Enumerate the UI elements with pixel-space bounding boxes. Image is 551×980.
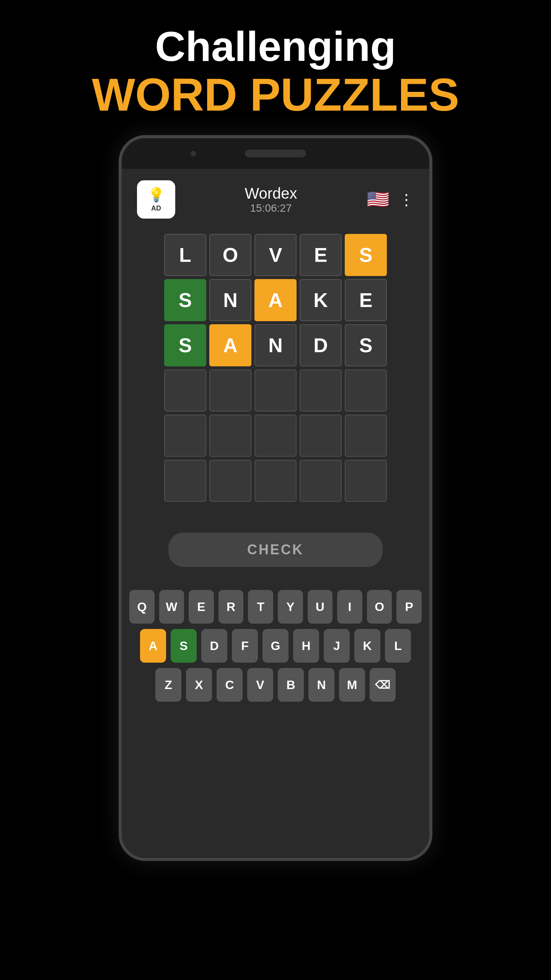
grid-cell xyxy=(345,369,387,412)
grid-cell: E xyxy=(345,279,387,321)
grid-cell xyxy=(300,369,342,412)
key-c[interactable]: C xyxy=(217,668,243,702)
grid-row: LOVES xyxy=(145,234,406,276)
grid-cell: N xyxy=(254,324,297,366)
menu-dots-icon[interactable]: ⋮ xyxy=(399,191,414,208)
grid-cell: V xyxy=(254,234,297,276)
app-title: Wordex xyxy=(245,185,297,202)
key-s[interactable]: S xyxy=(171,629,197,663)
grid-cell: N xyxy=(209,279,251,321)
grid-cell: D xyxy=(300,324,342,366)
grid-row xyxy=(145,460,406,502)
key-e[interactable]: E xyxy=(189,590,214,624)
key-x[interactable]: X xyxy=(186,668,212,702)
key-b[interactable]: B xyxy=(278,668,304,702)
key-j[interactable]: J xyxy=(324,629,350,663)
grid-cell: S xyxy=(164,279,206,321)
grid-cell xyxy=(300,460,342,502)
key-y[interactable]: Y xyxy=(278,590,303,624)
grid-row xyxy=(145,369,406,412)
grid-cell xyxy=(164,415,206,457)
grid-cell xyxy=(345,460,387,502)
grid-cell xyxy=(300,415,342,457)
grid-cell: S xyxy=(164,324,206,366)
grid-cell: A xyxy=(209,324,251,366)
app-content: 💡 AD Wordex 15:06:27 🇺🇸 ⋮ LOVESSNAKESAND… xyxy=(122,169,429,858)
grid-cell: S xyxy=(345,234,387,276)
title-line2: WORD PUZZLES xyxy=(92,69,459,120)
grid-cell: L xyxy=(164,234,206,276)
key-g[interactable]: G xyxy=(262,629,289,663)
app-header: 💡 AD Wordex 15:06:27 🇺🇸 ⋮ xyxy=(122,169,429,226)
grid-row xyxy=(145,415,406,457)
grid-cell: E xyxy=(300,234,342,276)
phone-top-bar xyxy=(122,138,429,169)
keyboard-row: ZXCVBNM⌫ xyxy=(129,668,422,702)
grid-cell xyxy=(209,369,251,412)
key-v[interactable]: V xyxy=(247,668,273,702)
key-m[interactable]: M xyxy=(339,668,365,702)
key-z[interactable]: Z xyxy=(155,668,181,702)
grid-cell xyxy=(164,369,206,412)
keyboard-row: QWERTYUIOP xyxy=(129,590,422,624)
grid-cell xyxy=(209,460,251,502)
key-h[interactable]: H xyxy=(293,629,319,663)
key-n[interactable]: N xyxy=(308,668,334,702)
keyboard-section: QWERTYUIOPASDFGHJKLZXCVBNM⌫ xyxy=(122,582,429,722)
phone-speaker xyxy=(245,150,306,157)
title-line1: Challenging xyxy=(92,23,459,69)
key-w[interactable]: W xyxy=(159,590,184,624)
grid-row: SNAKE xyxy=(145,279,406,321)
grid-cell: S xyxy=(345,324,387,366)
backspace-key[interactable]: ⌫ xyxy=(370,668,396,702)
game-grid: LOVESSNAKESANDS xyxy=(122,226,429,510)
grid-cell xyxy=(254,460,297,502)
key-r[interactable]: R xyxy=(218,590,244,624)
key-k[interactable]: K xyxy=(354,629,380,663)
key-u[interactable]: U xyxy=(308,590,333,624)
grid-cell xyxy=(254,415,297,457)
key-l[interactable]: L xyxy=(385,629,411,663)
flag-icon: 🇺🇸 xyxy=(367,189,390,210)
header-section: Challenging WORD PUZZLES xyxy=(92,0,459,135)
grid-cell: K xyxy=(300,279,342,321)
grid-cell xyxy=(164,460,206,502)
ad-label: AD xyxy=(151,204,161,212)
key-p[interactable]: P xyxy=(396,590,422,624)
check-section: CHECK xyxy=(122,510,429,582)
grid-cell: A xyxy=(254,279,297,321)
ad-button[interactable]: 💡 AD xyxy=(137,180,175,219)
key-i[interactable]: I xyxy=(337,590,362,624)
keyboard-row: ASDFGHJKL xyxy=(129,629,422,663)
grid-cell xyxy=(345,415,387,457)
key-d[interactable]: D xyxy=(201,629,227,663)
app-title-section: Wordex 15:06:27 xyxy=(245,185,297,214)
key-f[interactable]: F xyxy=(232,629,258,663)
key-a[interactable]: A xyxy=(140,629,166,663)
lightbulb-icon: 💡 xyxy=(148,187,165,203)
grid-cell: O xyxy=(209,234,251,276)
grid-row: SANDS xyxy=(145,324,406,366)
grid-cell xyxy=(254,369,297,412)
phone-frame: 💡 AD Wordex 15:06:27 🇺🇸 ⋮ LOVESSNAKESAND… xyxy=(119,135,432,861)
phone-camera xyxy=(191,151,196,156)
key-q[interactable]: Q xyxy=(129,590,155,624)
check-button[interactable]: CHECK xyxy=(168,532,383,567)
phone-side-button xyxy=(431,253,432,291)
app-timer: 15:06:27 xyxy=(245,202,297,214)
key-o[interactable]: O xyxy=(367,590,392,624)
grid-cell xyxy=(209,415,251,457)
app-header-right: 🇺🇸 ⋮ xyxy=(367,189,414,210)
key-t[interactable]: T xyxy=(248,590,273,624)
